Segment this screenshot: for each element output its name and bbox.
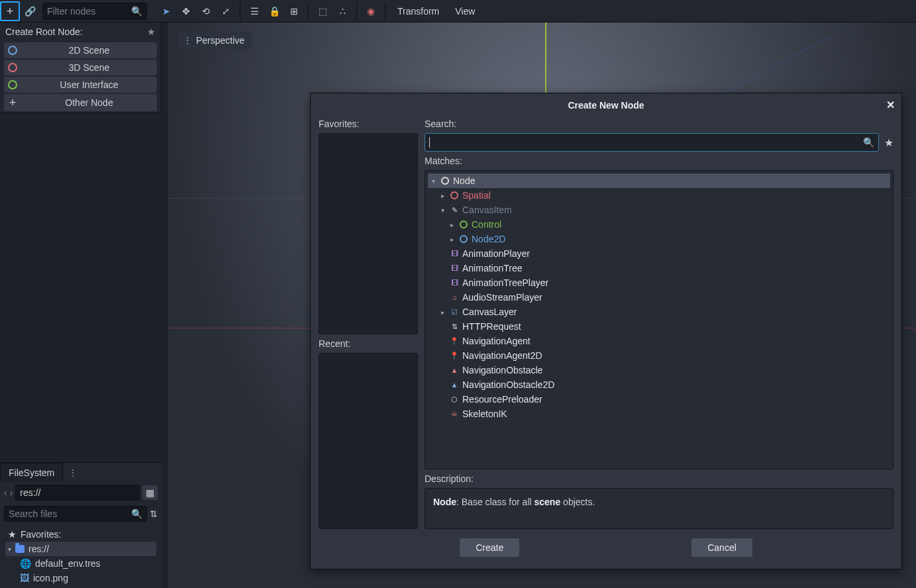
filter-nodes-input[interactable]: Filter nodes 🔍 xyxy=(42,3,147,20)
node-label: CanvasItem xyxy=(462,205,512,215)
search-label: Search: xyxy=(425,119,893,129)
node-label: Spatial xyxy=(462,190,491,201)
search-icon: 🔍 xyxy=(863,137,874,148)
desc-text: : Base class for all xyxy=(456,497,534,507)
star-icon: ★ xyxy=(8,529,17,540)
sort-button[interactable]: ⇅ xyxy=(150,509,158,519)
node-tree-item-animationplayer[interactable]: 🎞AnimationPlayer xyxy=(428,246,890,261)
chevron-down-icon[interactable]: ▾ xyxy=(438,207,446,214)
view-menu[interactable]: View xyxy=(447,0,483,22)
node-tree-item-canvasitem[interactable]: ▾✎CanvasItem xyxy=(428,203,890,217)
node-tree-item-control[interactable]: ▸Control xyxy=(428,217,890,232)
node-tree-item-httprequest[interactable]: ⇅HTTPRequest xyxy=(428,319,890,334)
dialog-title: Create New Node xyxy=(568,100,644,111)
navigationobstacle-icon: ▲ xyxy=(450,366,459,375)
node-tree-item-audiostreamplayer[interactable]: ♫AudioStreamPlayer xyxy=(428,290,890,305)
perspective-badge[interactable]: ⋮ Perspective xyxy=(178,32,252,49)
node-label: AudioStreamPlayer xyxy=(462,292,542,303)
select-tool[interactable]: ➤ xyxy=(156,1,176,21)
transform-menu[interactable]: Transform xyxy=(389,0,447,22)
spatial-icon xyxy=(8,63,17,72)
folder-item-root[interactable]: ▾ res:// xyxy=(5,542,156,556)
scene-tree[interactable] xyxy=(0,113,162,462)
search-files-input[interactable]: Search files 🔍 xyxy=(4,506,147,522)
path-input[interactable]: res:// xyxy=(15,485,140,501)
close-button[interactable]: ✕ xyxy=(886,99,895,111)
misc-tool[interactable]: ∴ xyxy=(332,1,352,21)
favorites-list[interactable] xyxy=(319,133,418,334)
chevron-right-icon[interactable]: ▸ xyxy=(438,309,446,316)
back-button[interactable]: ‹ xyxy=(4,487,7,498)
link-button[interactable]: 🔗 xyxy=(20,1,40,21)
node-tree-item-skeletonik[interactable]: ☠SkeletonIK xyxy=(428,407,890,421)
search-icon: 🔍 xyxy=(131,6,142,17)
btn-label: User Interface xyxy=(25,79,153,90)
cancel-button[interactable]: Cancel xyxy=(691,538,752,557)
search-input[interactable]: 🔍 xyxy=(425,133,879,152)
btn-label: 2D Scene xyxy=(25,45,153,56)
favorite-icon[interactable]: ★ xyxy=(147,26,156,37)
scale-tool[interactable]: ⤢ xyxy=(216,1,236,21)
separator xyxy=(356,3,357,20)
dock-options-icon[interactable]: ⋮ xyxy=(63,464,83,482)
node-tree-item-navigationobstacle2d[interactable]: ▲NavigationObstacle2D xyxy=(428,377,890,392)
create-other-node-button[interactable]: + Other Node xyxy=(4,94,157,111)
camera-tool[interactable]: ◉ xyxy=(361,1,381,21)
node-label: AnimationTreePlayer xyxy=(462,277,548,288)
resourcepreloader-icon: ⬡ xyxy=(450,395,459,404)
matches-tree[interactable]: ▾Node▸Spatial▾✎CanvasItem▸Control▸Node2D… xyxy=(425,170,893,469)
file-item[interactable]: 🖼 icon.png xyxy=(5,571,156,585)
main-toolbar: + 🔗 Filter nodes 🔍 ➤ ✥ ⟲ ⤢ ☰ 🔒 ⊞ ⬚ ∴ ◉ T… xyxy=(0,0,916,23)
node-tree-item-node2d[interactable]: ▸Node2D xyxy=(428,232,890,246)
search-field[interactable] xyxy=(430,137,863,148)
create-root-label: Create Root Node: xyxy=(5,26,83,37)
file-item[interactable]: 🌐 default_env.tres xyxy=(5,556,156,571)
folder-icon xyxy=(15,545,25,553)
chevron-right-icon[interactable]: ▸ xyxy=(448,236,456,243)
forward-button[interactable]: › xyxy=(10,487,13,498)
create-button[interactable]: Create xyxy=(460,538,519,557)
create-2d-scene-button[interactable]: 2D Scene xyxy=(4,42,157,58)
create-3d-scene-button[interactable]: 3D Scene xyxy=(4,60,157,75)
add-node-button[interactable]: + xyxy=(0,1,20,21)
filesystem-tab[interactable]: FileSystem xyxy=(0,463,63,482)
cube-tool[interactable]: ⬚ xyxy=(313,1,332,21)
animationplayer-icon: 🎞 xyxy=(450,249,459,258)
node-label: ResourcePreloader xyxy=(462,394,542,405)
scene-dock: Create Root Node: ★ 2D Scene 3D Scene Us… xyxy=(0,23,162,113)
chevron-right-icon[interactable]: ▸ xyxy=(438,192,446,199)
group-tool[interactable]: ⊞ xyxy=(284,1,304,21)
move-tool[interactable]: ✥ xyxy=(176,1,196,21)
node-tree-item-spatial[interactable]: ▸Spatial xyxy=(428,188,890,203)
node-tree-item-node[interactable]: ▾Node xyxy=(428,173,890,188)
grid-view-button[interactable]: ▦ xyxy=(142,485,158,500)
image-icon: 🖼 xyxy=(20,573,29,583)
node-tree-item-animationtreeplayer[interactable]: 🎞AnimationTreePlayer xyxy=(428,275,890,290)
create-ui-button[interactable]: User Interface xyxy=(4,77,157,93)
node-tree-item-canvaslayer[interactable]: ▸☑CanvasLayer xyxy=(428,305,890,319)
node-tree-item-navigationagent[interactable]: 📍NavigationAgent xyxy=(428,334,890,348)
animationtree-icon: 🎞 xyxy=(450,264,459,273)
favorite-toggle-button[interactable]: ★ xyxy=(884,136,893,149)
node-label: NavigationAgent xyxy=(462,336,531,346)
recent-list[interactable] xyxy=(319,353,418,529)
rotate-tool[interactable]: ⟲ xyxy=(196,1,216,21)
node-tree-item-resourcepreloader[interactable]: ⬡ResourcePreloader xyxy=(428,392,890,407)
description-box: Node: Base class for all scene objects. xyxy=(425,488,893,529)
recent-label: Recent: xyxy=(319,338,418,349)
node-tree-item-animationtree[interactable]: 🎞AnimationTree xyxy=(428,261,890,275)
node-tree-item-navigationobstacle[interactable]: ▲NavigationObstacle xyxy=(428,363,890,377)
list-tool[interactable]: ☰ xyxy=(244,1,264,21)
chevron-right-icon[interactable]: ▸ xyxy=(448,221,456,228)
chevron-down-icon[interactable]: ▾ xyxy=(429,177,437,185)
node-label: NavigationAgent2D xyxy=(462,350,542,361)
lock-tool[interactable]: 🔒 xyxy=(264,1,284,21)
dialog-title-bar[interactable]: Create New Node ✕ xyxy=(311,93,901,115)
node2d-icon xyxy=(459,234,468,244)
canvasitem-icon: ✎ xyxy=(450,205,459,215)
node-tree-item-navigationagent2d[interactable]: 📍NavigationAgent2D xyxy=(428,348,890,363)
chevron-down-icon: ▾ xyxy=(8,546,11,553)
separator xyxy=(308,3,309,20)
favorites-section[interactable]: ★ Favorites: xyxy=(5,527,156,542)
desc-bold: Node xyxy=(433,497,456,507)
